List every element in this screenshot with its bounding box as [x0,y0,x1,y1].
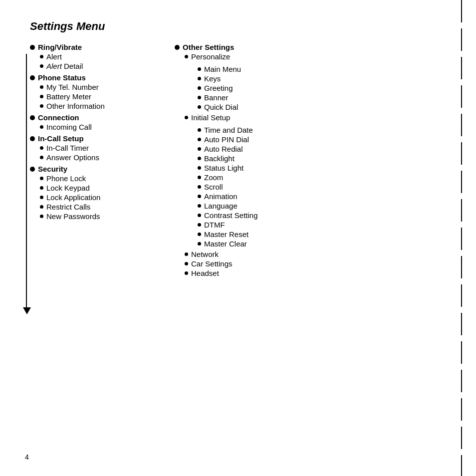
sub-item-label: Backlight [204,154,235,163]
sub-item-label: Alert Detail [46,62,83,70]
left-menu: Ring/Vibrate Alert Alert Detail [30,43,170,221]
bullet-icon [198,195,201,198]
bullet-icon [40,64,43,68]
sub-item-label: Lock Application [46,193,100,202]
list-item: Scroll [198,183,258,191]
list-item: Contrast Setting [198,211,258,220]
list-item: DTMF [198,221,258,229]
bullet-icon [30,45,35,50]
menu-item-label: Security [38,165,67,173]
sub-item-label: Contrast Setting [204,211,258,220]
bullet-icon [40,215,43,218]
sub-item-label: Lock Keypad [46,184,90,192]
sub-item-label: Banner [204,93,228,102]
list-item: Alert [40,52,170,61]
list-item: Greeting [198,84,241,92]
page-title: Settings Menu [30,20,451,33]
bullet-icon [198,185,201,189]
list-item: Animation [198,192,258,201]
sub-item-label: My Tel. Number [46,83,99,91]
list-item: Other Information [40,102,170,110]
sub-item-label: Alert [46,52,62,61]
sub-item-label: Zoom [204,173,223,182]
list-item: Zoom [198,173,258,182]
bullet-icon [198,67,201,71]
bullet-icon [40,196,43,199]
list-item: Language [198,202,258,210]
content-columns: Ring/Vibrate Alert Alert Detail [25,43,451,280]
list-item: Incoming Call [40,123,170,131]
list-item: Headset [185,269,324,277]
sub-item-label: Other Information [46,102,105,110]
right-menu: Other Settings Personalize [175,43,324,277]
bullet-icon [40,55,43,58]
list-item: My Tel. Number [40,83,170,91]
bullet-icon [40,125,43,129]
bullet-icon [198,166,201,170]
bullet-icon [40,177,43,180]
bullet-icon [185,262,188,265]
bullet-icon [185,116,188,119]
list-item: Connection Incoming Call [30,113,170,131]
right-margin-lines [461,0,462,476]
menu-item-label: Other Settings [183,43,234,51]
sub-item-label: Headset [191,269,219,277]
sub-item-label: New Passwords [46,212,100,221]
menu-item-label: Phone Status [38,73,86,82]
sub-item-label: Restrict Calls [46,203,90,211]
bullet-icon [40,186,43,190]
list-item: Keys [198,74,241,83]
page-number: 4 [25,453,29,461]
bullet-icon [198,86,201,90]
menu-item-label: In-Call Setup [38,134,84,143]
bullet-icon [30,136,35,141]
bullet-icon [198,147,201,151]
bullet-icon [185,55,188,58]
menu-item-label: Connection [38,113,79,122]
list-item: Security Phone Lock Lock Keypad [30,165,170,221]
list-item: Status Light [198,164,258,172]
sub-item-label: Quick Dial [204,103,238,111]
bullet-icon [30,75,35,80]
list-item: In-Call Timer [40,144,170,152]
bullet-icon [185,252,188,256]
sub-item-label: Auto PIN Dial [204,135,249,144]
list-item: Initial Setup Time and Date Auto PIN Dia… [185,113,324,249]
bullet-icon [40,85,43,89]
sub-item-label: Main Menu [204,65,241,73]
right-column: Other Settings Personalize [170,43,324,280]
list-item: Main Menu [198,65,241,73]
list-item: In-Call Setup In-Call Timer Answer Optio… [30,134,170,162]
left-column: Ring/Vibrate Alert Alert Detail [25,43,170,280]
sub-item-label: Network [191,250,219,258]
list-item: Phone Status My Tel. Number Battery Mete… [30,73,170,110]
sub-item-label: Phone Lock [46,174,86,183]
bullet-icon [40,205,43,209]
sub-item-label: Master Clear [204,239,247,248]
bullet-icon [175,45,180,50]
sub-item-label: Initial Setup [191,113,230,122]
bullet-icon [198,223,201,227]
bullet-icon [40,146,43,150]
sub-item-label: Master Reset [204,230,248,238]
sub-item-label: Status Light [204,164,243,172]
sub-item-label: Animation [204,192,238,201]
list-item: Time and Date [198,126,258,134]
bullet-icon [198,77,201,80]
sub-item-label: Greeting [204,84,233,92]
list-item: Restrict Calls [40,203,170,211]
bullet-icon [198,157,201,160]
sub-item-label: DTMF [204,221,225,229]
bullet-icon [198,204,201,208]
list-item: Alert Detail [40,62,170,70]
list-item: Car Settings [185,259,324,268]
bullet-icon [30,115,35,120]
sub-item-label: Incoming Call [46,123,92,131]
list-item: Lock Keypad [40,184,170,192]
list-item: Lock Application [40,193,170,202]
bullet-icon [198,214,201,217]
list-item: Phone Lock [40,174,170,183]
list-item: Other Settings Personalize [175,43,324,277]
list-item: Answer Options [40,153,170,162]
bullet-icon [30,167,35,172]
